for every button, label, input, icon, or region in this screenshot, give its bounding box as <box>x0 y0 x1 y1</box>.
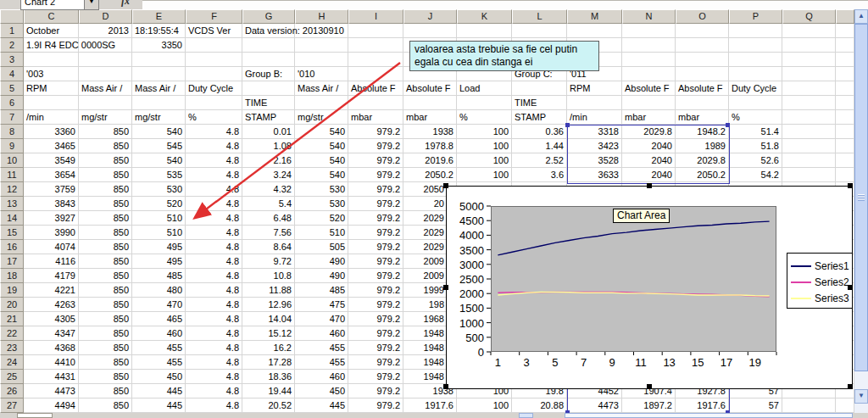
cell-Q11[interactable] <box>782 168 836 182</box>
legend-entry[interactable]: Series1 <box>787 258 852 274</box>
cell-L7[interactable]: STAMP <box>512 110 567 125</box>
row-header-25[interactable]: 25 <box>0 370 24 384</box>
cell-I17[interactable]: 979.2 <box>348 254 403 269</box>
cell-R11[interactable] <box>836 168 854 182</box>
cell-E4[interactable] <box>132 67 186 81</box>
cell-P6[interactable] <box>729 96 782 110</box>
cell-M6[interactable] <box>567 96 622 110</box>
cell-I3[interactable] <box>348 53 403 67</box>
cell-P10[interactable]: 52.6 <box>729 153 782 168</box>
cell-F2[interactable] <box>186 38 242 53</box>
cell-Q1[interactable] <box>782 24 836 38</box>
cell-F5[interactable]: Duty Cycle <box>186 81 242 96</box>
insert-function-icon[interactable]: fx <box>121 0 140 8</box>
cell-G23[interactable]: 16.2 <box>242 341 295 355</box>
cell-E25[interactable]: 450 <box>132 370 186 384</box>
embedded-chart[interactable]: Chart Area Series1Series2Series3 0500100… <box>446 186 853 389</box>
cell-F1[interactable]: VCDS Ver <box>186 24 242 38</box>
cell-J6[interactable] <box>403 96 457 110</box>
cell-C18[interactable]: 4179 <box>24 269 79 283</box>
cell-Q3[interactable] <box>782 53 836 67</box>
cell-I16[interactable]: 979.2 <box>348 240 403 254</box>
cell-C15[interactable]: 3990 <box>24 226 79 240</box>
cell-G2[interactable] <box>242 38 295 53</box>
cell-H26[interactable]: 450 <box>295 384 348 398</box>
cell-D23[interactable]: 850 <box>79 341 132 355</box>
cell-G21[interactable]: 14.04 <box>242 312 295 326</box>
cell-E10[interactable]: 540 <box>132 153 186 168</box>
cell-D1[interactable]: 2013 <box>79 24 132 38</box>
cell-G18[interactable]: 10.8 <box>242 269 295 283</box>
cell-H18[interactable]: 490 <box>295 269 348 283</box>
row-header-6[interactable]: 6 <box>0 96 24 110</box>
cell-E6[interactable] <box>132 96 186 110</box>
cell-N6[interactable] <box>622 96 676 110</box>
row-header-9[interactable]: 9 <box>0 139 24 153</box>
cell-G20[interactable]: 12.96 <box>242 298 295 312</box>
sheet-tab-stub[interactable] <box>17 413 53 418</box>
column-header-partial[interactable] <box>836 9 854 24</box>
cell-G25[interactable]: 18.36 <box>242 370 295 384</box>
cell-J1[interactable] <box>403 24 457 38</box>
cell-H15[interactable]: 510 <box>295 226 348 240</box>
cell-J9[interactable]: 1978.8 <box>403 139 457 153</box>
cell-H8[interactable]: 540 <box>295 125 348 139</box>
column-header-F[interactable]: F <box>186 9 242 24</box>
cell-H4[interactable]: '010 <box>295 67 348 81</box>
cell-R1[interactable] <box>836 24 854 38</box>
cell-L9[interactable]: 1.44 <box>512 139 567 153</box>
column-header-M[interactable]: M <box>567 9 622 24</box>
cell-D12[interactable]: 850 <box>79 182 132 197</box>
row-header-22[interactable]: 22 <box>0 326 24 341</box>
scroll-up-button[interactable]: ▲ <box>854 9 868 24</box>
cell-E22[interactable]: 460 <box>132 326 186 341</box>
cell-N5[interactable]: Absolute F <box>622 81 676 96</box>
cell-P1[interactable] <box>729 24 782 38</box>
cell-C8[interactable]: 3360 <box>24 125 79 139</box>
cell-D18[interactable]: 850 <box>79 269 132 283</box>
cell-G22[interactable]: 15.12 <box>242 326 295 341</box>
cell-C7[interactable]: /min <box>24 110 79 125</box>
cell-R27[interactable] <box>836 398 854 413</box>
chart-handle-left-mid[interactable] <box>443 285 448 290</box>
cell-I20[interactable]: 979.2 <box>348 298 403 312</box>
cell-R4[interactable] <box>836 67 854 81</box>
column-header-N[interactable]: N <box>622 9 676 24</box>
cell-D10[interactable]: 850 <box>79 153 132 168</box>
cell-L10[interactable]: 2.52 <box>512 153 567 168</box>
cell-H7[interactable]: mg/str <box>295 110 348 125</box>
cell-D14[interactable]: 850 <box>79 211 132 226</box>
cell-D17[interactable]: 850 <box>79 254 132 269</box>
cell-K10[interactable]: 100 <box>457 153 512 168</box>
cell-H3[interactable] <box>295 53 348 67</box>
cell-L5[interactable] <box>512 81 567 96</box>
cell-L1[interactable] <box>512 24 567 38</box>
column-header-E[interactable]: E <box>132 9 186 24</box>
cell-E8[interactable]: 540 <box>132 125 186 139</box>
cell-I12[interactable]: 979.2 <box>348 182 403 197</box>
cell-E21[interactable]: 465 <box>132 312 186 326</box>
cell-I24[interactable]: 979.2 <box>348 355 403 370</box>
cell-H21[interactable]: 470 <box>295 312 348 326</box>
cell-L27[interactable]: 20.88 <box>512 398 567 413</box>
cell-E27[interactable]: 445 <box>132 398 186 413</box>
cell-F6[interactable] <box>186 96 242 110</box>
cell-F18[interactable]: 4.8 <box>186 269 242 283</box>
cell-G24[interactable]: 17.28 <box>242 355 295 370</box>
chart-handle-bottom-mid[interactable] <box>647 384 652 389</box>
cell-D22[interactable]: 850 <box>79 326 132 341</box>
cell-I9[interactable]: 979.2 <box>348 139 403 153</box>
cell-F17[interactable]: 4.8 <box>186 254 242 269</box>
range-handle[interactable] <box>726 123 730 127</box>
cell-I10[interactable]: 979.2 <box>348 153 403 168</box>
scroll-down-button[interactable]: ▼ <box>854 389 868 404</box>
cell-L8[interactable]: 0.36 <box>512 125 567 139</box>
cell-H13[interactable]: 530 <box>295 197 348 211</box>
cell-D24[interactable]: 850 <box>79 355 132 370</box>
cell-C10[interactable]: 3549 <box>24 153 79 168</box>
select-all-corner[interactable] <box>0 9 24 24</box>
cell-H2[interactable] <box>295 38 348 53</box>
row-header-2[interactable]: 2 <box>0 38 24 53</box>
name-box[interactable]: Chart 2 <box>20 0 88 10</box>
cell-O7[interactable]: mbar <box>676 110 729 125</box>
